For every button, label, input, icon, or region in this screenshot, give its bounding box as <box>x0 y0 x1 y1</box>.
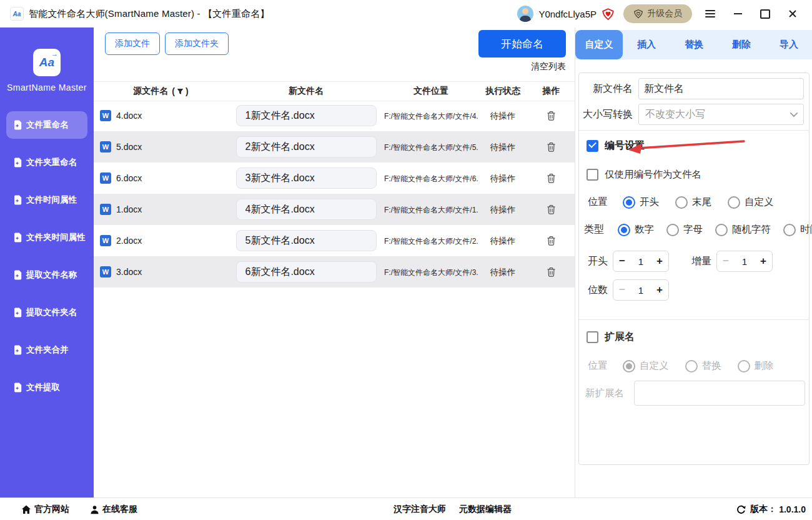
avatar[interactable] <box>517 6 533 22</box>
case-convert-value: 不改变大小写 <box>645 108 705 121</box>
table-row: W5.docxF:/智能文件命名大师/文件/5.待操作 <box>94 131 575 162</box>
only-number-label: 仅使用编号作为文件名 <box>605 168 701 181</box>
sidebar-nav: 文件重命名文件夹重命名文件时间属性文件夹时间属性提取文件名称提取文件夹名文件夹合… <box>0 111 94 401</box>
new-filename-input[interactable] <box>236 168 377 189</box>
radio-option[interactable]: 时间 <box>783 223 812 236</box>
online-support-link[interactable]: 在线客服 <box>90 498 137 520</box>
new-filename-input[interactable] <box>236 261 377 282</box>
title-bar: Aa 智能文件命名大师(SmartName Master) - 【文件重命名】 … <box>0 0 812 28</box>
table-row: W2.docxF:/智能文件命名大师/文件/2.待操作 <box>94 225 575 256</box>
file-location: F:/智能文件命名大师/文件/6. <box>384 174 478 183</box>
sidebar-item[interactable]: 文件重命名 <box>6 111 87 139</box>
sidebar-item[interactable]: 文件夹重命名 <box>6 149 87 176</box>
sidebar-item[interactable]: 文件时间属性 <box>6 186 87 214</box>
word-file-icon: W <box>100 204 111 215</box>
new-filename-input[interactable] <box>236 105 377 126</box>
menu-icon[interactable] <box>701 4 720 23</box>
source-filename: 4.docx <box>116 111 142 121</box>
file-location: F:/智能文件命名大师/文件/4. <box>384 112 478 121</box>
panel-tab[interactable]: 插入 <box>623 30 670 59</box>
maximize-button[interactable] <box>756 4 775 23</box>
source-filename: 2.docx <box>116 236 142 246</box>
add-file-button[interactable]: 添加文件 <box>105 32 160 55</box>
sort-icon[interactable] <box>177 88 184 95</box>
delete-row-button[interactable] <box>544 233 558 249</box>
version-info: 版本： 1.0.1.0 <box>736 498 806 520</box>
radio-icon <box>623 360 635 372</box>
radio-option[interactable]: 末尾 <box>675 196 711 209</box>
sidebar-item[interactable]: 文件夹合并 <box>6 336 87 364</box>
status-text: 待操作 <box>490 236 516 246</box>
new-filename-input[interactable] <box>236 199 377 220</box>
panel-tab[interactable]: 替换 <box>670 30 718 59</box>
radio-label: 字母 <box>683 223 703 236</box>
decrement-button: − <box>613 284 631 296</box>
delete-row-button[interactable] <box>544 139 558 155</box>
delete-row-button[interactable] <box>544 108 558 124</box>
increment-button[interactable]: + <box>651 284 668 296</box>
status-text: 待操作 <box>490 268 516 277</box>
radio-option[interactable]: 开头 <box>623 196 659 209</box>
file-plus-icon <box>14 345 22 355</box>
numbering-checkbox[interactable] <box>587 140 598 152</box>
increment-button[interactable]: + <box>755 255 772 268</box>
new-filename-input[interactable] <box>236 230 377 251</box>
delete-row-button[interactable] <box>544 264 558 280</box>
minimize-button[interactable] <box>728 4 747 23</box>
custom-settings-card: 新文件名 大小写转换 不改变大小写 编号设置 仅使用编号作为文件名 位置 开头末… <box>578 72 810 465</box>
new-extension-label: 新扩展名 <box>585 387 630 400</box>
radio-option[interactable]: 自定义 <box>728 196 774 209</box>
only-number-checkbox[interactable] <box>587 169 598 181</box>
sidebar-item[interactable]: 文件提取 <box>6 374 87 401</box>
file-location: F:/智能文件命名大师/文件/5. <box>384 143 478 152</box>
pinyin-master-link[interactable]: 汉字注音大师 <box>394 498 446 520</box>
file-plus-icon <box>14 195 22 205</box>
new-filename-input[interactable] <box>236 136 377 158</box>
file-plus-icon <box>14 120 22 130</box>
decrement-button[interactable]: − <box>613 255 631 268</box>
source-filename: 1.docx <box>116 204 142 214</box>
sidebar-item-label: 提取文件名称 <box>26 269 77 281</box>
sidebar-item[interactable]: 提取文件夹名 <box>6 299 87 326</box>
sidebar-item[interactable]: 提取文件名称 <box>6 261 87 289</box>
trash-icon <box>547 236 556 246</box>
case-convert-select[interactable]: 不改变大小写 <box>638 104 804 125</box>
trash-icon <box>547 111 556 121</box>
panel-tab[interactable]: 导入 <box>765 30 812 59</box>
clear-list-button[interactable]: 清空列表 <box>531 61 566 72</box>
sidebar-item-label: 文件夹时间属性 <box>26 232 86 243</box>
radio-option[interactable]: 数字 <box>618 223 654 236</box>
case-convert-label: 大小写转换 <box>579 108 633 121</box>
refresh-icon[interactable] <box>736 505 746 514</box>
radio-icon <box>675 196 688 209</box>
new-filename-field[interactable] <box>638 78 804 99</box>
table-header: 源文件名 ( ) 新文件名 文件位置 执行状态 操作 <box>94 81 575 101</box>
word-file-icon: W <box>100 235 111 246</box>
panel-tab[interactable]: 自定义 <box>575 30 623 59</box>
radio-option[interactable]: 字母 <box>666 223 703 236</box>
file-location: F:/智能文件命名大师/文件/3. <box>384 268 478 277</box>
metadata-editor-link[interactable]: 元数据编辑器 <box>459 498 512 520</box>
trash-icon <box>547 142 556 152</box>
official-site-link[interactable]: 官方网站 <box>21 498 69 520</box>
close-button[interactable] <box>783 4 802 23</box>
add-folder-button[interactable]: 添加文件夹 <box>165 32 229 55</box>
increment-button[interactable]: + <box>651 255 668 268</box>
online-support-label: 在线客服 <box>102 504 137 515</box>
delete-row-button[interactable] <box>544 171 558 186</box>
radio-icon <box>618 224 630 236</box>
upgrade-button[interactable]: 升级会员 <box>623 4 692 23</box>
source-filename: 6.docx <box>116 173 142 183</box>
delete-row-button[interactable] <box>544 202 558 218</box>
extension-checkbox[interactable] <box>587 331 598 343</box>
sidebar-item-label: 文件重命名 <box>26 119 69 131</box>
radio-icon <box>666 224 679 236</box>
radio-label: 随机字符 <box>732 223 771 236</box>
panel-tab[interactable]: 删除 <box>718 30 765 59</box>
shield-heart-icon <box>633 9 643 19</box>
version-value: 1.0.1.0 <box>779 504 806 514</box>
digits-label: 位数 <box>588 284 613 297</box>
radio-option[interactable]: 随机字符 <box>715 223 771 236</box>
sidebar-item[interactable]: 文件夹时间属性 <box>6 224 87 251</box>
start-rename-button[interactable]: 开始命名 <box>478 30 566 58</box>
